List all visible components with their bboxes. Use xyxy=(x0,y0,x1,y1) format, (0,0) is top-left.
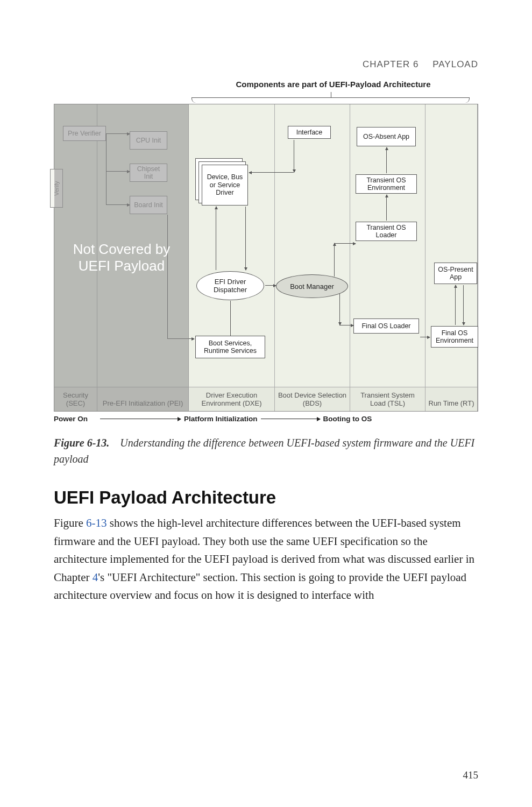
figure-number: Figure 6-13. xyxy=(54,437,109,449)
timeline-platform-init: Platform Initialization xyxy=(184,415,258,423)
figure-6-13: Components are part of UEFI-Payload Arch… xyxy=(54,80,478,467)
col-tsl: Transient System Load (TSL) xyxy=(350,104,425,411)
box-boot-manager: Boot Manager xyxy=(276,274,348,298)
figure-caption: Figure 6-13. Understanding the differenc… xyxy=(54,435,478,467)
phase-sec: Security (SEC) xyxy=(56,391,95,408)
figure-ref-link[interactable]: 6-13 xyxy=(86,516,107,529)
timeline: Power On Platform Initialization Booting… xyxy=(54,412,478,423)
col-sec: Security (SEC) xyxy=(54,104,97,411)
figure-caption-text: Understanding the difference between UEF… xyxy=(54,437,474,465)
timeline-booting: Booting to OS xyxy=(323,415,372,423)
timeline-poweron: Power On xyxy=(54,415,97,423)
box-board-init: Board Init xyxy=(130,196,167,214)
phase-bds: Boot Device Selection (BDS) xyxy=(277,391,347,408)
box-transient-env: Transient OS Environment xyxy=(356,174,417,194)
arrow-icon xyxy=(100,419,181,420)
box-final-loader: Final OS Loader xyxy=(353,318,419,334)
phase-dxe: Driver Execution Environment (DXE) xyxy=(191,391,272,408)
box-verify: Verify xyxy=(50,169,63,208)
running-head: CHAPTER 6 PAYLOAD xyxy=(363,59,478,70)
bracket-icon xyxy=(188,90,473,104)
box-interface: Interface xyxy=(288,126,331,139)
box-os-absent-app: OS-Absent App xyxy=(357,127,416,146)
box-cpu-init: CPU Init xyxy=(130,131,167,150)
box-pre-verifier: Pre Verifier xyxy=(63,126,106,141)
box-efi-dispatcher: EFI Driver Dispatcher xyxy=(196,271,264,300)
arrow-icon xyxy=(261,419,320,420)
box-boot-services: Boot Services, Runtime Services xyxy=(195,336,265,358)
col-bds: Boot Device Selection (BDS) xyxy=(275,104,350,411)
phase-pei: Pre-EFI Initialization (PEI) xyxy=(100,399,186,408)
page-number: 415 xyxy=(463,769,479,781)
para-text: Figure xyxy=(54,516,86,529)
phase-tsl: Transient System Load (TSL) xyxy=(352,391,423,408)
architecture-diagram: Security (SEC) Pre-EFI Initialization (P… xyxy=(54,104,478,412)
chapter-title: PAYLOAD xyxy=(432,59,478,69)
figure-top-title: Components are part of UEFI-Payload Arch… xyxy=(188,80,478,89)
chapter-ref-link[interactable]: 4 xyxy=(93,571,98,584)
section-heading: UEFI Payload Architecture xyxy=(54,487,478,508)
col-dxe: Driver Execution Environment (DXE) xyxy=(189,104,275,411)
chapter-label: CHAPTER 6 xyxy=(363,59,418,69)
col-rt: Run Time (RT) xyxy=(425,104,478,411)
box-final-os-env: Final OS Environment xyxy=(431,326,478,348)
box-chipset-init: Chipset Init xyxy=(130,164,167,182)
box-transient-loader: Transient OS Loader xyxy=(356,222,417,241)
box-device-driver: Device, Bus or Service Driver xyxy=(202,165,248,206)
para-text: 's "UEFI Architecture" section. This sec… xyxy=(54,571,466,602)
phase-rt: Run Time (RT) xyxy=(428,399,475,408)
body-paragraph: Figure 6-13 shows the high-level archite… xyxy=(54,514,478,605)
box-os-present-app: OS-Present App xyxy=(434,263,477,284)
col-pei: Pre-EFI Initialization (PEI) xyxy=(97,104,189,411)
